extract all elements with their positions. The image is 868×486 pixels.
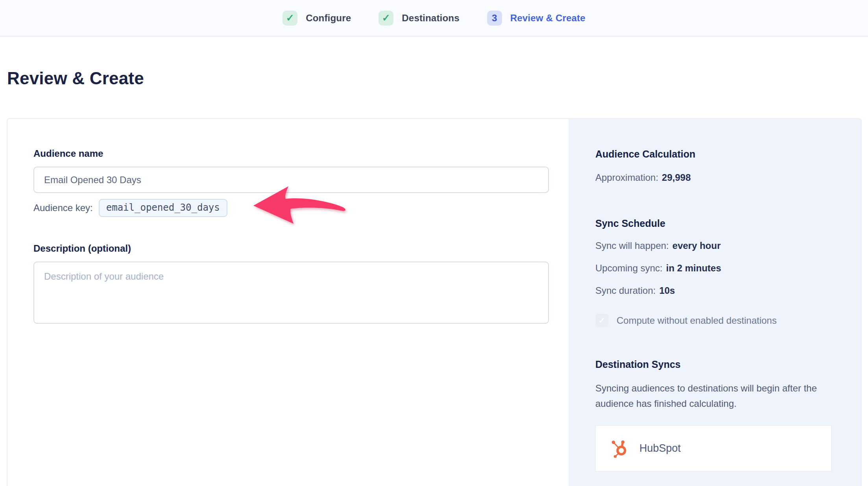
step-destinations-label: Destinations [402,13,459,24]
summary-panel: Audience Calculation Approximation:29,99… [569,119,861,486]
audience-name-input[interactable] [33,167,549,193]
sync-frequency-label: Sync will happen: [595,240,669,251]
sync-duration-value: 10s [659,285,675,296]
step-configure[interactable]: ✓ Configure [283,11,351,26]
audience-key-label: Audience key: [33,202,93,213]
destination-name: HubSpot [639,442,681,454]
approximation-row: Approximation:29,998 [595,172,834,184]
step-complete-check-icon: ✓ [283,11,297,26]
description-field: Description (optional) [33,243,549,325]
step-review-create[interactable]: 3 Review & Create [487,11,585,26]
compute-without-destinations-row: ✓ Compute without enabled destinations [595,314,834,327]
review-card: Audience name Audience key: email_opened… [7,118,862,486]
step-number-badge: 3 [487,11,502,26]
audience-form: Audience name Audience key: email_opened… [7,119,569,486]
audience-calculation-heading: Audience Calculation [595,148,834,160]
sync-schedule-heading: Sync Schedule [595,217,834,229]
destination-hubspot-card[interactable]: HubSpot [595,425,831,471]
wizard-stepper: ✓ Configure ✓ Destinations 3 Review & Cr… [0,0,868,37]
step-configure-label: Configure [306,13,351,24]
approximation-label: Approximation: [595,172,658,183]
compute-checkbox[interactable]: ✓ [595,314,608,327]
upcoming-sync-label: Upcoming sync: [595,263,663,273]
sync-duration-label: Sync duration: [595,285,656,296]
sync-frequency-row: Sync will happen:every hour [595,240,834,252]
compute-checkbox-label: Compute without enabled destinations [617,315,777,326]
sync-frequency-value: every hour [672,240,721,251]
approximation-value: 29,998 [662,172,691,183]
destination-syncs-description: Syncing audiences to destinations will b… [595,380,824,411]
upcoming-sync-value: in 2 minutes [666,263,721,273]
audience-key-chip[interactable]: email_opened_30_days [99,199,227,217]
description-textarea[interactable] [33,262,549,324]
audience-key-row: Audience key: email_opened_30_days [33,199,549,217]
destination-syncs-heading: Destination Syncs [595,358,834,370]
step-complete-check-icon: ✓ [379,11,393,26]
upcoming-sync-row: Upcoming sync:in 2 minutes [595,262,834,274]
audience-name-label: Audience name [33,148,549,159]
hubspot-logo-icon [611,439,630,458]
step-review-create-label: Review & Create [510,13,585,24]
step-destinations[interactable]: ✓ Destinations [379,11,459,26]
description-label: Description (optional) [33,243,549,254]
sync-duration-row: Sync duration:10s [595,285,834,297]
page-title: Review & Create [7,69,868,88]
